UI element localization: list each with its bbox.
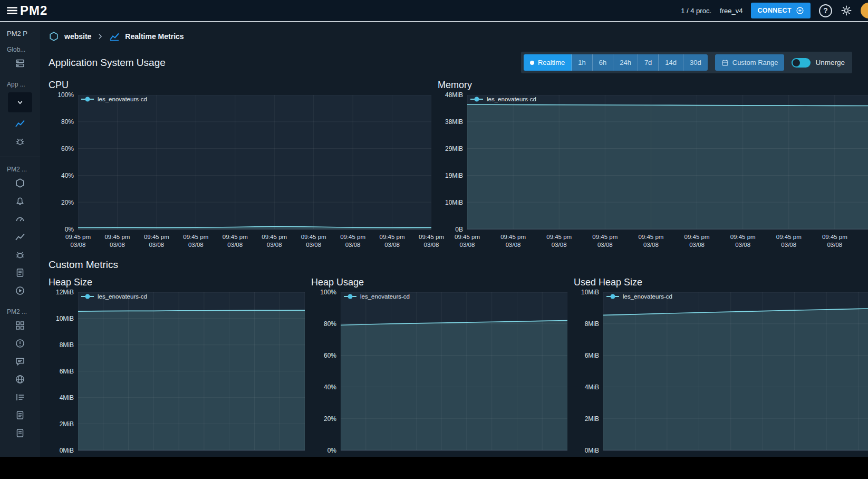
app-selector-dropdown[interactable] [8, 92, 32, 112]
chart-icon [15, 232, 25, 242]
range-realtime-button[interactable]: Realtime [524, 54, 572, 71]
grid-icon [15, 320, 25, 331]
sidebar-item-network[interactable] [0, 370, 40, 388]
chart-canvas [78, 292, 305, 450]
x-axis-tick: 09:45 pm03/08 [144, 233, 169, 249]
y-axis-tick: 2MiB [585, 415, 599, 423]
sidebar-section-apps: App ... [7, 81, 40, 88]
y-axis-tick: 0% [327, 447, 336, 454]
y-axis: 48MiB38MiB29MiB19MiB10MiB0B [438, 95, 467, 229]
pm2-dashboard: PM2 1 / 4 proc. free_v4 CONNECT ? [0, 0, 868, 457]
sidebar-item-metrics[interactable] [0, 228, 40, 246]
gauge-icon [15, 214, 25, 224]
alert-icon [15, 338, 25, 349]
memory-chart: Memory 48MiB38MiB29MiB19MiB10MiB0B les_e… [438, 78, 868, 248]
legend-series-name: les_enovateurs-cd [360, 293, 410, 300]
breadcrumb-app[interactable]: website [64, 32, 91, 41]
range-1h-button[interactable]: 1h [572, 54, 592, 71]
help-button[interactable]: ? [819, 4, 832, 17]
sidebar-item-dashboard[interactable] [0, 210, 40, 228]
chart-icon [109, 31, 120, 42]
sidebar-item-feedback[interactable] [0, 352, 40, 370]
y-axis: 12MiB10MiB8MiB6MiB4MiB2MiB0MiB [49, 292, 78, 451]
unmerge-toggle[interactable]: Unmerge [792, 58, 845, 68]
y-axis-tick: 8MiB [60, 341, 74, 349]
custom-range-button[interactable]: Custom Range [715, 54, 785, 71]
toggle-icon [792, 58, 811, 68]
x-axis-tick: 09:45 pm03/08 [455, 233, 480, 249]
chart-plot-area[interactable]: les_enovateurs-cd [603, 292, 868, 451]
range-6h-button[interactable]: 6h [593, 54, 613, 71]
section-title-custom-metrics: Custom Metrics [49, 259, 868, 271]
chart-plot-area[interactable]: les_enovateurs-cd [467, 95, 868, 229]
hexagon-icon [49, 31, 59, 42]
x-axis-tick: 09:45 pm03/08 [419, 233, 444, 249]
range-7d-button[interactable]: 7d [638, 54, 659, 71]
caret-down-icon [15, 98, 25, 107]
y-axis-tick: 19MiB [445, 172, 463, 179]
chart-plot-area[interactable]: les_enovateurs-cd [341, 292, 567, 451]
sidebar-item-alerts[interactable] [0, 334, 40, 352]
chart-title: Heap Size [49, 277, 305, 288]
sidebar-item-realtime-metrics[interactable] [0, 114, 40, 132]
chart-title: Heap Usage [311, 277, 567, 288]
x-axis-tick: 09:45 pm03/08 [684, 233, 710, 249]
cpu-chart: CPU 100%80%60%40%20%0% les_enovateurs-cd… [49, 78, 431, 248]
x-axis-tick: 09:45 pm03/08 [65, 233, 91, 249]
topbar: PM2 1 / 4 proc. free_v4 CONNECT ? [0, 0, 868, 22]
sidebar-item-servers[interactable] [0, 54, 40, 72]
sidebar-item-notifications[interactable] [0, 192, 40, 210]
plus-circle-icon [796, 6, 804, 15]
sidebar-section-pm2-a: PM2 ... [7, 166, 40, 173]
y-axis-tick: 100% [57, 91, 74, 99]
y-axis-tick: 10MiB [56, 315, 74, 322]
settings-button[interactable] [841, 5, 852, 16]
logo-text: PM2 [20, 3, 47, 18]
y-axis-tick: 100% [320, 289, 336, 296]
x-axis-tick: 09:45 pm03/08 [104, 233, 130, 249]
sidebar-item-actions[interactable] [0, 282, 40, 300]
range-14d-button[interactable]: 14d [659, 54, 683, 71]
chart-plot-area[interactable]: les_enovateurs-cd [78, 95, 431, 229]
y-axis-tick: 4MiB [585, 384, 599, 391]
pm2-logo[interactable]: PM2 [5, 3, 47, 18]
list-icon [15, 410, 25, 420]
y-axis-tick: 80% [61, 118, 74, 126]
section-title-system-usage: Application System Usage [49, 57, 166, 69]
chart-legend[interactable]: les_enovateurs-cd [81, 96, 147, 102]
legend-marker-icon [81, 99, 94, 100]
range-label: Realtime [538, 59, 565, 66]
sidebar-item-app-overview[interactable] [0, 174, 40, 192]
connect-button[interactable]: CONNECT [751, 3, 811, 18]
breadcrumb-page: Realtime Metrics [125, 32, 184, 41]
y-axis-tick: 0B [455, 226, 463, 233]
unmerge-label: Unmerge [815, 59, 845, 66]
range-24h-button[interactable]: 24h [613, 54, 638, 71]
x-axis-tick: 09:45 pm03/08 [592, 233, 618, 249]
sidebar-item-more[interactable] [0, 424, 40, 442]
list-icon [15, 428, 25, 438]
calendar-icon [721, 59, 729, 66]
avatar[interactable] [861, 3, 868, 18]
sidebar-item-profiling[interactable] [0, 132, 40, 150]
y-axis-tick: 60% [324, 352, 336, 359]
y-axis-tick: 29MiB [445, 145, 463, 152]
sidebar-item-queue[interactable] [0, 388, 40, 406]
chart-plot-area[interactable]: les_enovateurs-cd [78, 292, 305, 451]
sidebar-item-logs[interactable] [0, 264, 40, 282]
chart-legend[interactable]: les_enovateurs-cd [344, 293, 410, 300]
chart-legend[interactable]: les_enovateurs-cd [470, 96, 536, 102]
legend-marker-icon [344, 296, 356, 297]
chart-canvas [341, 292, 567, 450]
sidebar-item-reports[interactable] [0, 406, 40, 424]
range-30d-button[interactable]: 30d [683, 54, 708, 71]
chart-legend[interactable]: les_enovateurs-cd [81, 293, 147, 300]
x-axis-tick: 09:45 pm03/08 [822, 233, 847, 249]
sidebar-item-issues[interactable] [0, 246, 40, 264]
help-icon: ? [819, 4, 832, 17]
y-axis-tick: 8MiB [585, 320, 599, 328]
sidebar-item-modules[interactable] [0, 317, 40, 334]
chart-legend[interactable]: les_enovateurs-cd [606, 293, 672, 300]
y-axis-tick: 40% [61, 172, 74, 179]
list-icon [15, 267, 25, 278]
